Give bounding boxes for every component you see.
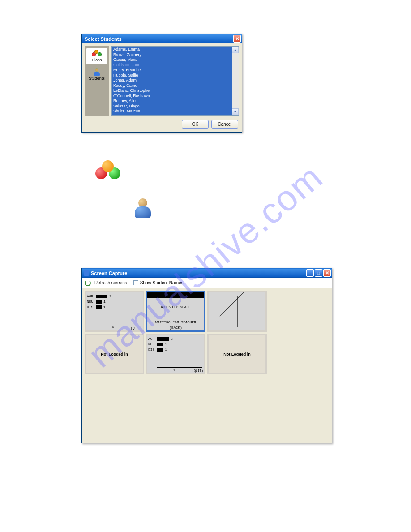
bar-icon	[157, 337, 169, 341]
bar-value: 1	[165, 342, 167, 346]
bar-label: NEU	[87, 300, 95, 304]
dialog-footer: OK Cancel	[82, 118, 242, 132]
screen-tile[interactable]: ACTIVITY SPACE WAITING FOR TEACHER (BACK…	[146, 291, 206, 332]
minimize-icon[interactable]: _	[306, 269, 314, 277]
tab-students-label: Students	[89, 76, 105, 81]
list-item[interactable]: LeBlanc, Christopher	[113, 88, 231, 94]
bar-label: DIS	[87, 305, 95, 309]
bar-icon	[96, 295, 107, 298]
app-icon	[84, 270, 89, 276]
tab-class[interactable]: Class	[86, 48, 107, 65]
screen-tile[interactable]: AGR2 NEU1 DIS1 4 (QUIT)	[85, 291, 144, 332]
axis-line	[157, 367, 202, 368]
refresh-icon[interactable]	[85, 280, 91, 286]
dialog-body: Class Students Adams, Emma Brown, Zacher…	[82, 43, 242, 118]
list-item[interactable]: Kasey, Carrie	[113, 83, 231, 89]
axis-tick: 4	[112, 326, 114, 329]
close-icon[interactable]: ✕	[233, 35, 241, 43]
person-icon	[94, 68, 100, 76]
dialog-title: Select Students	[85, 36, 122, 42]
select-students-dialog: Select Students ✕ Class Students Adams, …	[81, 34, 242, 133]
activity-title: ACTIVITY SPACE	[147, 305, 204, 309]
bar-icon	[157, 348, 163, 352]
axis-line	[95, 325, 141, 325]
bar-value: 1	[165, 348, 167, 352]
list-item[interactable]: Salazar, Diego	[113, 104, 231, 109]
dialog-titlebar[interactable]: Select Students ✕	[82, 34, 242, 43]
divider	[45, 511, 366, 511]
list-item[interactable]: Adams, Emma	[113, 47, 231, 52]
maximize-icon[interactable]: □	[315, 269, 322, 277]
cancel-button[interactable]: Cancel	[211, 120, 238, 129]
axis-tick: 4	[173, 368, 175, 372]
list-item[interactable]: Jones, Adam	[113, 78, 231, 83]
list-item[interactable]: Smith, Austin	[113, 114, 231, 116]
not-logged-label: Not Logged in	[209, 335, 265, 373]
scrollbar[interactable]: ▲ ▼	[232, 47, 239, 115]
not-logged-label: Not Logged in	[86, 335, 143, 373]
window-titlebar[interactable]: Screen Capture _ □ ✕	[82, 268, 332, 278]
person-icon	[135, 198, 151, 218]
students-listbox[interactable]: Adams, Emma Brown, Zachery Garcia, Maria…	[111, 46, 239, 116]
students-list-selection[interactable]: Adams, Emma Brown, Zachery Garcia, Maria…	[112, 47, 232, 115]
screen-tile[interactable]: Not Logged in	[85, 334, 144, 374]
bar-value: 2	[109, 294, 111, 298]
list-item[interactable]: Goldston, Janet	[113, 63, 231, 68]
tab-students[interactable]: Students	[86, 67, 107, 83]
activity-wait: WAITING FOR TEACHER	[147, 320, 204, 324]
list-item[interactable]: Hubble, Sallie	[113, 73, 231, 78]
screens-grid: AGR2 NEU1 DIS1 4 (QUIT) ACTIVITY SPACE W…	[82, 288, 332, 377]
tab-class-label: Class	[92, 58, 102, 62]
list-item[interactable]: O'Connell, Roshawn	[113, 94, 231, 99]
black-bar	[147, 292, 204, 298]
list-item[interactable]: Garcia, Maria	[113, 57, 231, 63]
refresh-button[interactable]: Refresh screens	[94, 280, 127, 285]
list-item[interactable]: Henry, Beatrice	[113, 68, 231, 73]
window-title: Screen Capture	[91, 270, 127, 276]
scroll-up-icon[interactable]: ▲	[232, 47, 239, 53]
bar-value: 1	[103, 305, 106, 309]
back-label: (BACK)	[147, 326, 204, 330]
show-names-label: Show Student Names	[140, 280, 184, 285]
bar-value: 2	[171, 337, 173, 341]
screen-tile[interactable]: AGR2 NEU1 DIS1 4 (QUIT)	[146, 334, 206, 374]
ok-button[interactable]: OK	[182, 120, 209, 129]
list-item[interactable]: Shultz, Marcus	[113, 109, 231, 114]
show-names-checkbox[interactable]	[133, 280, 138, 285]
screen-capture-window: Screen Capture _ □ ✕ Refresh screens Sho…	[81, 268, 332, 443]
bar-icon	[96, 305, 102, 309]
group-icon	[92, 50, 102, 58]
bar-label: NEU	[148, 342, 156, 346]
list-item[interactable]: Brown, Zachery	[113, 52, 231, 58]
sidebar-tabs: Class Students	[85, 46, 109, 116]
window-controls: _ □ ✕	[306, 269, 331, 277]
bar-label: AGR	[87, 294, 95, 298]
quit-label: (QUIT)	[131, 326, 142, 330]
scroll-down-icon[interactable]: ▼	[232, 108, 239, 115]
screen-tile[interactable]	[207, 291, 267, 332]
bar-value: 1	[103, 300, 106, 304]
group-icon	[95, 160, 120, 182]
bar-label: AGR	[148, 337, 156, 341]
bar-icon	[157, 343, 163, 346]
close-icon[interactable]: ✕	[323, 269, 331, 277]
list-item[interactable]: Rodney, Alice	[113, 99, 231, 104]
bar-label: DIS	[148, 348, 156, 352]
quit-label: (QUIT)	[192, 369, 203, 373]
toolbar: Refresh screens Show Student Names	[82, 278, 332, 288]
screen-tile[interactable]: Not Logged in	[207, 334, 267, 374]
bar-icon	[96, 300, 102, 304]
